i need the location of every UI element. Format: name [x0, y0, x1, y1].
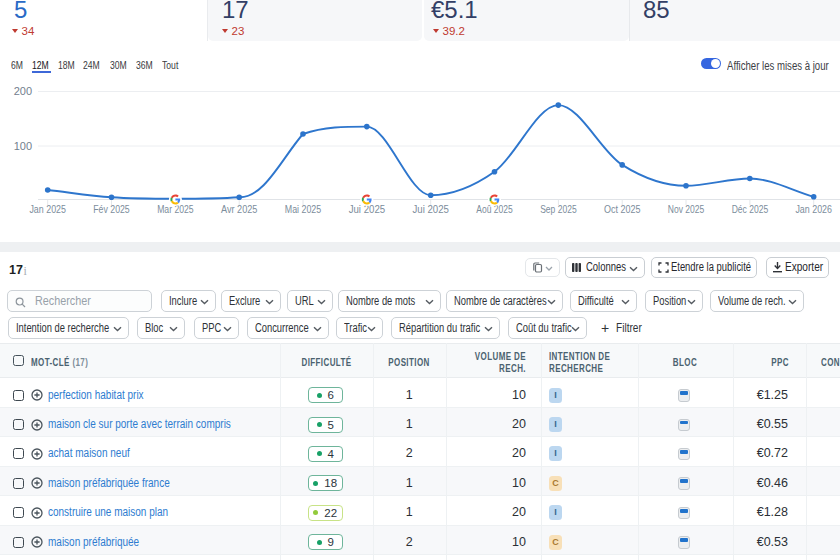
svg-text:Oct 2025: Oct 2025 — [604, 203, 641, 215]
svg-text:Jui 2025: Jui 2025 — [412, 203, 449, 215]
svg-text:Jan 2025: Jan 2025 — [29, 203, 66, 215]
svg-text:Mai 2025: Mai 2025 — [285, 203, 322, 215]
svg-text:Sep 2025: Sep 2025 — [540, 203, 577, 215]
svg-text:100: 100 — [14, 140, 32, 152]
svg-text:Déc 2025: Déc 2025 — [732, 203, 769, 215]
svg-text:Fév 2025: Fév 2025 — [93, 203, 130, 215]
svg-text:Avr 2025: Avr 2025 — [221, 203, 258, 215]
svg-text:Jan 2026: Jan 2026 — [795, 203, 832, 215]
svg-text:Nov 2025: Nov 2025 — [668, 203, 705, 215]
svg-text:200: 200 — [14, 85, 32, 97]
